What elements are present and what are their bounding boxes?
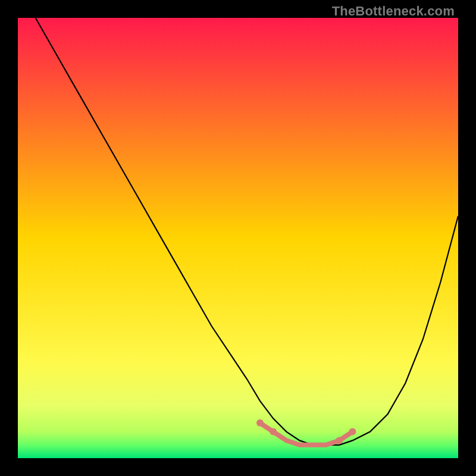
- chart-frame: [18, 18, 458, 458]
- marker-dot: [256, 419, 264, 427]
- marker-dot: [349, 428, 356, 436]
- marker-dot: [270, 428, 277, 436]
- chart-background: [18, 18, 458, 458]
- bottleneck-chart: [18, 18, 458, 458]
- watermark-text: TheBottleneck.com: [332, 4, 455, 19]
- marker-dot: [336, 437, 343, 444]
